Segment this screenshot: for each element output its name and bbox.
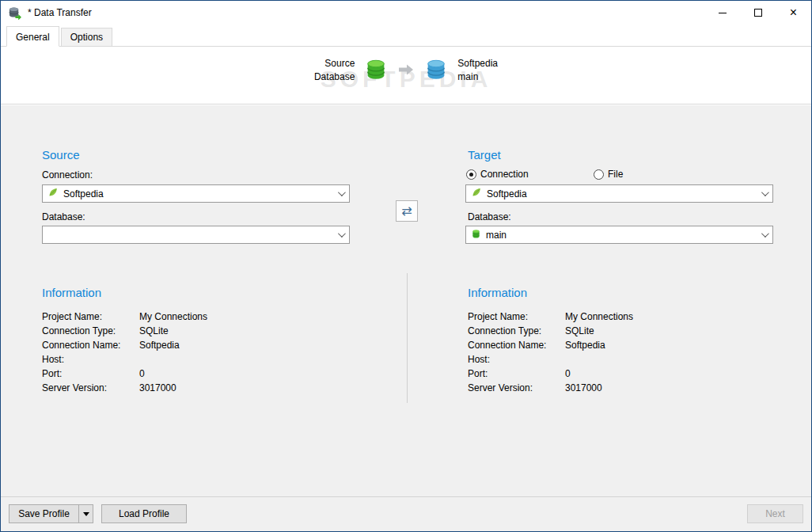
source-database-field-label: Database: [42,211,85,222]
swap-source-target-button[interactable]: ⇄ [396,200,418,222]
info-label: Server Version: [42,381,107,395]
swap-arrows-icon: ⇄ [401,203,412,218]
connection-leaf-icon [47,187,59,200]
info-label: Host: [42,352,64,367]
source-information-list: Project Name:My Connections Connection T… [42,310,303,395]
info-label: Port: [42,367,62,381]
target-information-list: Project Name:My Connections Connection T… [468,310,729,395]
chevron-down-icon [761,188,769,196]
radio-unselected-icon [594,169,604,180]
vertical-divider [407,273,408,403]
info-row: Connection Name:Softpedia [42,338,303,352]
next-button[interactable]: Next [747,504,803,523]
tab-general[interactable]: General [6,26,59,47]
target-database-field-label: Database: [468,211,511,222]
info-value: Softpedia [565,338,605,352]
source-connection-value: Softpedia [63,188,104,200]
save-profile-button[interactable]: Save Profile [9,505,78,522]
radio-selected-icon [466,169,476,180]
info-value: 0 [565,367,571,381]
target-file-radio[interactable]: File [594,169,623,180]
target-heading: Target [468,148,501,162]
target-connection-value: Softpedia [487,188,527,200]
info-label: Connection Type: [468,324,541,338]
info-row: Port:0 [468,367,729,381]
info-row: Project Name:My Connections [42,310,303,324]
tab-options[interactable]: Options [61,28,112,47]
target-information-heading: Information [468,286,527,299]
info-value: 3017000 [565,381,602,395]
info-value: 0 [139,367,145,381]
close-button[interactable]: × [776,1,811,25]
load-profile-button[interactable]: Load Profile [101,504,187,523]
target-connection-radio[interactable]: Connection [466,169,529,180]
info-label: Connection Type: [42,324,116,338]
target-database-value: main [486,230,507,241]
info-label: Server Version: [468,381,533,395]
info-label: Port: [468,367,488,381]
source-database-label: Source Database [314,57,355,84]
general-tab-page: Source Connection: Softpedia Database: ⇄… [1,105,811,496]
dropdown-arrow-icon [83,512,89,516]
source-connection-label: Connection: [42,169,93,180]
info-row: Port:0 [42,367,303,381]
target-connection-combobox[interactable]: Softpedia [465,184,773,203]
info-row: Server Version:3017000 [468,381,729,395]
target-database-icon [424,58,448,84]
info-label: Connection Name: [468,338,546,352]
info-value: SQLite [139,324,169,338]
minimize-icon [719,13,727,13]
source-connection-combobox[interactable]: Softpedia [42,184,350,203]
save-profile-split-button: Save Profile [9,504,93,523]
close-icon: × [790,9,797,17]
maximize-button[interactable] [740,1,776,25]
info-value: SQLite [565,324,594,338]
info-row: Host: [42,352,303,367]
target-file-radio-label: File [608,169,623,180]
info-row: Connection Type:SQLite [468,324,729,338]
info-label: Project Name: [42,310,102,324]
source-information-heading: Information [42,286,101,299]
source-heading: Source [42,148,80,162]
chevron-down-icon [338,188,346,196]
target-summary-label: Softpedia main [457,57,498,84]
info-row: Connection Name:Softpedia [468,338,729,352]
minimize-button[interactable] [704,1,740,25]
info-value: 3017000 [139,381,176,395]
data-transfer-app-icon [8,6,21,20]
info-row: Connection Type:SQLite [42,324,303,338]
source-database-icon [364,58,388,84]
info-label: Connection Name: [42,338,120,352]
target-connection-radio-label: Connection [480,169,529,180]
info-row: Host: [468,352,729,367]
transfer-summary-header: SOFTPEDIA Source Database [1,47,811,104]
caption-buttons: × [704,1,811,25]
source-database-combobox[interactable] [42,226,350,244]
save-profile-dropdown-button[interactable] [78,505,93,522]
info-row: Project Name:My Connections [468,310,729,324]
info-row: Server Version:3017000 [42,381,303,395]
info-label: Host: [468,352,490,367]
tabstrip: General Options [1,25,811,47]
titlebar: * Data Transfer × [1,1,811,25]
info-label: Project Name: [468,310,528,324]
target-database-combobox[interactable]: main [465,226,773,244]
maximize-icon [754,9,762,17]
chevron-down-icon [761,230,769,238]
data-transfer-window: * Data Transfer × General Options SOFTPE… [0,0,812,532]
info-value: My Connections [565,310,633,324]
footer-bar: Save Profile Load Profile Next [1,496,811,531]
database-green-icon [471,229,481,241]
transfer-arrow-icon [397,63,415,78]
info-value: My Connections [139,310,207,324]
chevron-down-icon [338,230,346,238]
info-value: Softpedia [139,338,180,352]
window-title: * Data Transfer [28,7,92,18]
connection-leaf-icon [471,187,482,200]
